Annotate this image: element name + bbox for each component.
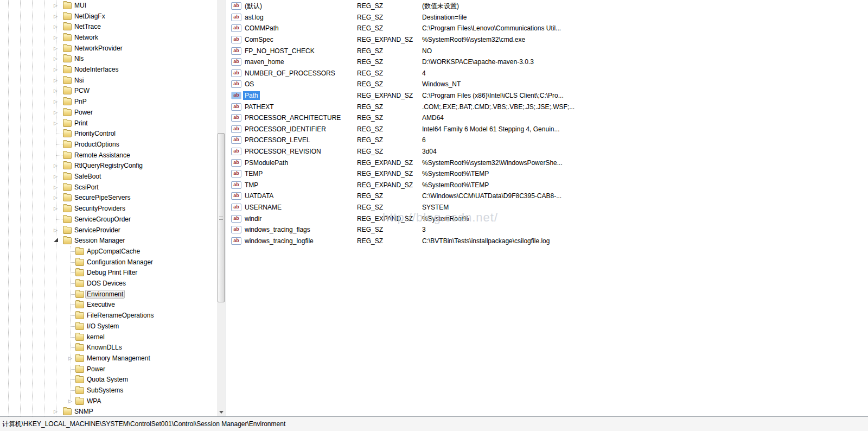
- tree-item-appcompatcache[interactable]: AppCompatCache: [0, 246, 226, 257]
- value-name[interactable]: ComSpec: [243, 35, 275, 44]
- tree-item-label[interactable]: ScsiPort: [73, 183, 100, 192]
- tree-item-quota-system[interactable]: Quota System: [0, 375, 226, 385]
- tree-item-label[interactable]: MUI: [73, 1, 88, 10]
- value-name[interactable]: OS: [243, 80, 256, 88]
- value-row-processor-revision[interactable]: abPROCESSOR_REVISIONREG_SZ3d04: [226, 146, 868, 157]
- tree-item-label[interactable]: FileRenameOperations: [85, 311, 155, 320]
- expand-collapsed-icon[interactable]: ▷: [54, 206, 58, 211]
- registry-values-pane[interactable]: ab(默认)REG_SZ(数值未设置)abasl.logREG_SZDestin…: [226, 0, 868, 416]
- expand-collapsed-icon[interactable]: ▷: [54, 227, 58, 232]
- tree-item-label[interactable]: PnP: [73, 97, 88, 106]
- tree-item-scsiport[interactable]: ▷ScsiPort: [0, 182, 226, 193]
- tree-scrollbar[interactable]: [217, 0, 225, 416]
- value-row-temp[interactable]: abTEMPREG_EXPAND_SZ%SystemRoot%\TEMP: [226, 168, 868, 180]
- tree-item-i-o-system[interactable]: I/O System: [0, 321, 226, 332]
- tree-item-label[interactable]: NodeInterfaces: [73, 65, 120, 74]
- tree-item-knowndlls[interactable]: KnownDLLs: [0, 342, 226, 353]
- tree-item-configuration-manager[interactable]: Configuration Manager: [0, 257, 226, 268]
- tree-item-label[interactable]: kernel: [85, 333, 106, 341]
- tree-item-label[interactable]: SafeBoot: [73, 172, 103, 181]
- tree-item-nls[interactable]: ▷Nls: [0, 54, 226, 65]
- tree-item-label[interactable]: NetworkProvider: [73, 44, 124, 53]
- tree-item-pnp[interactable]: ▷PnP: [0, 96, 226, 107]
- tree-item-label[interactable]: KnownDLLs: [85, 343, 124, 352]
- tree-item-netdiagfx[interactable]: ▷NetDiagFx: [0, 11, 226, 22]
- value-row-processor-identifier[interactable]: abPROCESSOR_IDENTIFIERREG_SZIntel64 Fami…: [226, 124, 868, 135]
- tree-item-label[interactable]: Quota System: [85, 375, 130, 384]
- value-name[interactable]: PROCESSOR_REVISION: [243, 147, 323, 156]
- tree-item-label[interactable]: ServiceGroupOrder: [73, 215, 132, 224]
- tree-item-label[interactable]: Nls: [73, 54, 85, 63]
- expand-collapsed-icon[interactable]: ▷: [54, 163, 58, 168]
- value-row-maven-home[interactable]: abmaven_homeREG_SZD:\WORKSPACE\apache-ma…: [226, 56, 868, 68]
- tree-item-label[interactable]: DOS Devices: [85, 279, 127, 288]
- value-row-windows-tracing-flags[interactable]: abwindows_tracing_flagsREG_SZ3: [226, 224, 868, 236]
- tree-item-label[interactable]: WPA: [85, 397, 103, 405]
- value-name[interactable]: COMMPath: [243, 24, 280, 33]
- expand-collapsed-icon[interactable]: ▷: [54, 67, 58, 72]
- tree-item-label[interactable]: Configuration Manager: [85, 258, 155, 267]
- expand-collapsed-icon[interactable]: ▷: [54, 174, 58, 179]
- value-row-windir[interactable]: abwindirREG_EXPAND_SZ%SystemRoot%: [226, 213, 868, 224]
- tree-item-label[interactable]: Power: [85, 365, 107, 373]
- tree-item-prioritycontrol[interactable]: PriorityControl: [0, 128, 226, 139]
- tree-item-label[interactable]: Nsi: [73, 76, 85, 85]
- value-name[interactable]: PATHEXT: [243, 103, 276, 111]
- expand-collapsed-icon[interactable]: ▷: [54, 24, 58, 29]
- expand-collapsed-icon[interactable]: ▷: [54, 78, 58, 83]
- value-row-processor-level[interactable]: abPROCESSOR_LEVELREG_SZ6: [226, 135, 868, 146]
- tree-item-label[interactable]: Remote Assistance: [73, 151, 132, 160]
- tree-item-pcw[interactable]: ▷PCW: [0, 86, 226, 97]
- tree-item-kernel[interactable]: kernel: [0, 332, 226, 343]
- tree-item-productoptions[interactable]: ProductOptions: [0, 139, 226, 150]
- value-row-uatdata[interactable]: abUATDATAREG_SZC:\Windows\CCM\UATData\D9…: [226, 191, 868, 202]
- value-row-processor-architecture[interactable]: abPROCESSOR_ARCHITECTUREREG_SZAMD64: [226, 112, 868, 124]
- tree-item-nodeinterfaces[interactable]: ▷NodeInterfaces: [0, 64, 226, 75]
- tree-item-label[interactable]: ServiceProvider: [73, 226, 122, 234]
- expand-collapsed-icon[interactable]: ▷: [54, 35, 58, 40]
- tree-item-memory-management[interactable]: ▷Memory Management: [0, 353, 226, 364]
- tree-item-networkprovider[interactable]: ▷NetworkProvider: [0, 43, 226, 54]
- value-name[interactable]: USERNAME: [243, 203, 283, 212]
- value-row-username[interactable]: abUSERNAMEREG_SZSYSTEM: [226, 202, 868, 213]
- value-name[interactable]: PSModulePath: [243, 159, 290, 167]
- expand-collapsed-icon[interactable]: ▷: [68, 356, 72, 360]
- value-name[interactable]: TMP: [243, 181, 260, 189]
- tree-item-dos-devices[interactable]: DOS Devices: [0, 278, 226, 289]
- tree-item-network[interactable]: ▷Network: [0, 32, 226, 43]
- tree-item-print[interactable]: ▷Print: [0, 118, 226, 129]
- tree-item-label[interactable]: SecurePipeServers: [73, 193, 132, 202]
- value-name[interactable]: maven_home: [243, 58, 286, 66]
- tree-item-label[interactable]: PCW: [73, 86, 91, 95]
- value-row-comspec[interactable]: abComSpecREG_EXPAND_SZ%SystemRoot%\syste…: [226, 34, 868, 46]
- value-row-tmp[interactable]: abTMPREG_EXPAND_SZ%SystemRoot%\TEMP: [226, 180, 868, 191]
- tree-item-snmp[interactable]: ▷SNMP: [0, 407, 226, 416]
- tree-item-label[interactable]: RtlQueryRegistryConfig: [73, 161, 144, 170]
- value-row-fp-no-host-check[interactable]: abFP_NO_HOST_CHECKREG_SZNO: [226, 45, 868, 56]
- tree-item-remote-assistance[interactable]: Remote Assistance: [0, 150, 226, 161]
- tree-item-securityproviders[interactable]: ▷SecurityProviders: [0, 203, 226, 214]
- tree-scroll-down-button[interactable]: [217, 407, 225, 416]
- tree-item-label[interactable]: ProductOptions: [73, 140, 121, 149]
- tree-item-servicegrouporder[interactable]: ServiceGroupOrder: [0, 214, 226, 225]
- tree-item-nsi[interactable]: ▷Nsi: [0, 75, 226, 86]
- tree-item-mui[interactable]: ▷MUI: [0, 0, 226, 11]
- value-name[interactable]: NUMBER_OF_PROCESSORS: [243, 69, 337, 78]
- value-name[interactable]: UATDATA: [243, 192, 275, 200]
- expand-collapsed-icon[interactable]: ▷: [54, 88, 58, 93]
- tree-item-rtlqueryregistryconfig[interactable]: ▷RtlQueryRegistryConfig: [0, 161, 226, 172]
- value-name[interactable]: FP_NO_HOST_CHECK: [243, 47, 316, 55]
- expand-collapsed-icon[interactable]: ▷: [54, 56, 58, 61]
- tree-item-label[interactable]: NetTrace: [73, 22, 103, 31]
- tree-item-filerenameoperations[interactable]: FileRenameOperations: [0, 310, 226, 321]
- tree-item-label[interactable]: NetDiagFx: [73, 12, 107, 21]
- tree-item-label[interactable]: SNMP: [73, 407, 95, 416]
- value-row-path[interactable]: abPathREG_EXPAND_SZC:\Program Files (x86…: [226, 90, 868, 102]
- tree-item-label[interactable]: Print: [73, 119, 90, 128]
- tree-item-environment[interactable]: Environment: [0, 289, 226, 300]
- value-row-asl-log[interactable]: abasl.logREG_SZDestination=file: [226, 12, 868, 23]
- value-row-pathext[interactable]: abPATHEXTREG_SZ.COM;.EXE;.BAT;.CMD;.VBS;…: [226, 101, 868, 112]
- tree-item-label[interactable]: Network: [73, 33, 100, 42]
- registry-tree-pane[interactable]: ▷MUI▷NetDiagFx▷NetTrace▷Network▷NetworkP…: [0, 0, 226, 416]
- value-row-number-of-processors[interactable]: abNUMBER_OF_PROCESSORSREG_SZ4: [226, 68, 868, 79]
